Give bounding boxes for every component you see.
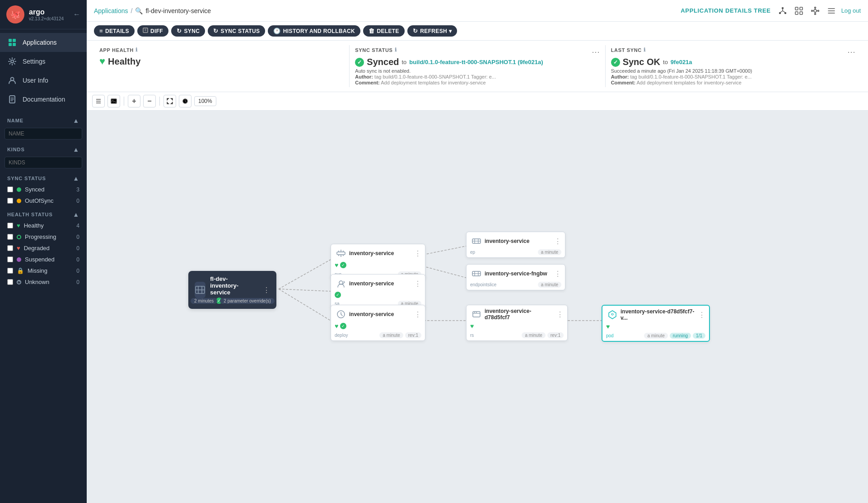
- zoom-out-button[interactable]: −: [143, 95, 156, 107]
- unknown-checkbox[interactable]: [7, 279, 13, 285]
- view-icons: Log out: [776, 5, 861, 17]
- sidebar-navigation: Applications Settings User Info Document…: [0, 29, 87, 112]
- app-node-menu[interactable]: ⋮: [263, 286, 270, 294]
- filter-progressing[interactable]: Progressing 0: [0, 231, 87, 242]
- ep-kind-label: ep: [470, 250, 475, 255]
- sidebar-item-documentation[interactable]: Documentation: [0, 90, 87, 109]
- filter-outofsync[interactable]: OutOfSync 0: [0, 195, 87, 206]
- missing-checkbox[interactable]: [7, 268, 13, 274]
- breadcrumb: Applications / 🔍 fl-dev-inventory-servic…: [94, 7, 211, 14]
- graph-canvas: fl-dev-inventory-service ♥ ✓ ⋮ 2 minutes…: [87, 111, 868, 503]
- app-health-info-icon: ℹ: [135, 47, 138, 53]
- image-tool-button[interactable]: [107, 95, 120, 107]
- svc-check-icon: ✓: [340, 262, 346, 268]
- filter-suspended[interactable]: Suspended 0: [0, 254, 87, 265]
- grid-view-icon[interactable]: [793, 5, 805, 17]
- list-tool-button[interactable]: [92, 95, 105, 107]
- zoom-reset-button[interactable]: [179, 95, 191, 107]
- filter-synced[interactable]: Synced 3: [0, 184, 87, 195]
- sidebar-item-applications[interactable]: Applications: [0, 33, 87, 52]
- missing-count: 0: [76, 268, 79, 274]
- zoom-in-button[interactable]: +: [128, 95, 140, 107]
- sync-commit-link[interactable]: build/0.1.0-feature-tt-000-SNAPSHOT.1 (9…: [409, 59, 543, 65]
- endpointslice-node[interactable]: inventory-service-fngbw ⋮ endpointslice …: [466, 264, 565, 290]
- unknown-label: Unknown: [25, 279, 49, 285]
- synced-checkbox[interactable]: [7, 186, 13, 192]
- list-view-icon[interactable]: [825, 5, 838, 17]
- outofsync-checkbox[interactable]: [7, 198, 13, 204]
- healthy-checkbox[interactable]: [7, 223, 13, 228]
- last-sync-info-icon: ℹ: [644, 47, 646, 53]
- last-sync-status-value: ✓ Sync OK to 9fe021a: [611, 57, 855, 67]
- sidebar-item-settings[interactable]: Settings: [0, 52, 87, 71]
- last-sync-panel-more[interactable]: ⋯: [847, 47, 855, 57]
- deploy-node-menu[interactable]: ⋮: [414, 310, 421, 319]
- svg-rect-0: [9, 39, 12, 42]
- filter-degraded[interactable]: ♥ Degraded 0: [0, 242, 87, 254]
- filter-missing[interactable]: 🔒 Missing 0: [0, 265, 87, 276]
- svg-rect-32: [143, 28, 148, 33]
- pod-node-title: inventory-service-d78d5fcf7-v...: [621, 308, 698, 321]
- svg-rect-1: [13, 39, 16, 42]
- svg-line-43: [279, 289, 331, 321]
- health-section-toggle[interactable]: ▲: [73, 211, 79, 218]
- details-button[interactable]: ≡ DETAILS: [94, 25, 135, 37]
- kinds-section-toggle[interactable]: ▲: [73, 146, 79, 153]
- ep-node[interactable]: inventory-service ⋮ ep a minute: [466, 232, 565, 258]
- suspended-checkbox[interactable]: [7, 256, 13, 262]
- pod-node[interactable]: inventory-service-d78d5fcf7-v... ⋮ ♥ pod…: [602, 305, 710, 342]
- ep-node-menu[interactable]: ⋮: [554, 237, 561, 246]
- kinds-filter-input[interactable]: [5, 157, 82, 168]
- svg-rect-19: [800, 12, 803, 14]
- sync-status-title: SYNC STATUS ℹ: [355, 47, 397, 53]
- zoom-fit-button[interactable]: [163, 95, 176, 107]
- degraded-icon: ♥: [17, 245, 20, 252]
- filter-unknown[interactable]: ? Unknown 0: [0, 276, 87, 288]
- sync-status-button[interactable]: ↻ SYNC STATUS: [208, 25, 265, 37]
- rs-heart-icon: ♥: [470, 322, 474, 330]
- sidebar-item-user-info[interactable]: User Info: [0, 71, 87, 90]
- delete-button[interactable]: 🗑 DELETE: [363, 25, 405, 37]
- svc-node-icon: [335, 247, 347, 260]
- diff-button[interactable]: DIFF: [137, 25, 168, 37]
- suspended-icon: [17, 257, 21, 262]
- breadcrumb-current: fl-dev-inventory-service: [145, 7, 211, 14]
- endpointslice-node-menu[interactable]: ⋮: [554, 270, 561, 278]
- rs-node[interactable]: inventory-service-d78d5fcf7 ⋮ ♥ rs a min…: [466, 305, 568, 341]
- sync-button[interactable]: ↻ SYNC: [171, 25, 205, 37]
- sa-node-menu[interactable]: ⋮: [414, 279, 421, 288]
- name-filter-input[interactable]: [5, 128, 82, 140]
- history-rollback-button[interactable]: 🕐 HISTORY AND ROLLBACK: [268, 25, 360, 37]
- deploy-node[interactable]: inventory-service ⋮ ♥ ✓ deploy a minute …: [331, 305, 425, 341]
- ep-node-title: inventory-service: [485, 238, 554, 244]
- tree-view-icon[interactable]: [776, 5, 789, 17]
- breadcrumb-applications-link[interactable]: Applications: [94, 7, 128, 14]
- name-section-toggle[interactable]: ▲: [73, 117, 79, 124]
- back-button[interactable]: ←: [73, 10, 80, 19]
- sync-section-toggle[interactable]: ▲: [73, 175, 79, 182]
- app-time-badge: 2 minutes: [191, 298, 217, 304]
- pod-node-status: ♥: [602, 322, 709, 332]
- network-view-icon[interactable]: [809, 5, 821, 17]
- filter-healthy[interactable]: ♥ Healthy 4: [0, 220, 87, 231]
- svc-node-header: inventory-service ⋮: [331, 244, 425, 261]
- degraded-checkbox[interactable]: [7, 245, 13, 251]
- svc-node-menu[interactable]: ⋮: [414, 249, 421, 258]
- svg-rect-2: [9, 43, 12, 46]
- logout-button[interactable]: Log out: [841, 7, 861, 14]
- sync-panel-more[interactable]: ⋯: [592, 47, 600, 57]
- pod-node-menu[interactable]: ⋮: [698, 311, 705, 319]
- last-sync-commit-link[interactable]: 9fe021a: [671, 59, 692, 65]
- synced-label: Synced: [25, 186, 44, 193]
- rs-node-menu[interactable]: ⋮: [556, 310, 564, 319]
- pod-kind-label: pod: [606, 333, 614, 338]
- health-status-section: HEALTH STATUS ▲: [0, 206, 87, 220]
- svg-line-42: [279, 289, 331, 291]
- user-icon: [7, 75, 17, 85]
- sa-node[interactable]: inventory-service ⋮ ✓ sa a minute: [331, 274, 425, 309]
- sync-status-icon: ↻: [213, 28, 218, 34]
- sync-label: SYNC: [184, 28, 200, 34]
- svg-rect-17: [800, 7, 803, 10]
- progressing-checkbox[interactable]: [7, 234, 13, 240]
- refresh-button[interactable]: ↻ REFRESH ▾: [407, 25, 457, 37]
